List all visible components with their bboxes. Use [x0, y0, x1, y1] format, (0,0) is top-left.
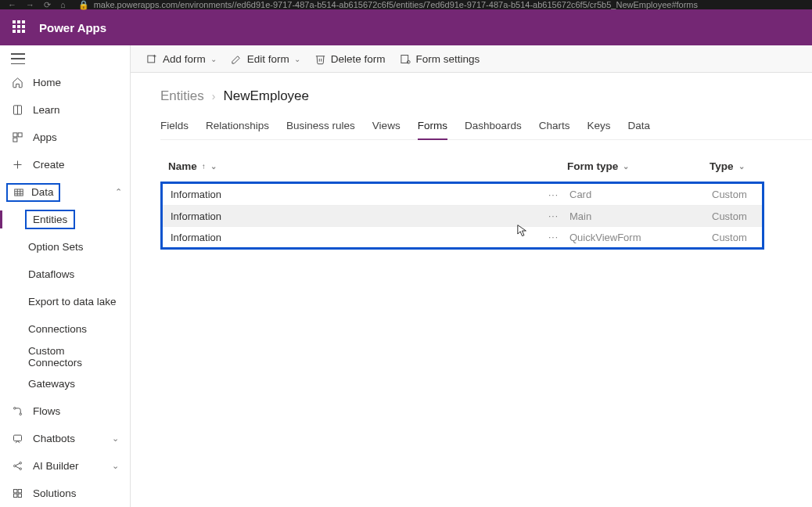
add-form-button[interactable]: Add form ⌄ — [146, 53, 217, 65]
chevron-down-icon[interactable]: ⌄ — [738, 162, 745, 171]
hamburger-icon[interactable] — [11, 53, 25, 64]
tab-keys[interactable]: Keys — [587, 115, 610, 139]
row-menu-icon[interactable]: ··· — [546, 189, 569, 200]
col-type[interactable]: Type — [710, 160, 734, 172]
solutions-icon — [11, 487, 23, 500]
edit-icon — [231, 53, 243, 65]
delete-form-button[interactable]: Delete form — [314, 53, 386, 65]
add-form-icon — [146, 53, 158, 65]
app-title: Power Apps — [39, 21, 106, 34]
sidebar-item-connections[interactable]: Connections — [0, 315, 130, 343]
command-bar: Add form ⌄ Edit form ⌄ Delete form Form … — [131, 45, 812, 73]
sidebar-item-label: Connections — [28, 323, 87, 335]
chevron-down-icon: ⌄ — [112, 433, 119, 444]
row-form-type: QuickViewForm — [569, 232, 712, 243]
breadcrumb-parent[interactable]: Entities — [160, 88, 204, 104]
sidebar-item-custom-connectors[interactable]: Custom Connectors — [0, 343, 130, 370]
cmd-label: Edit form — [247, 53, 289, 65]
sidebar-item-label: Learn — [33, 104, 60, 116]
tab-charts[interactable]: Charts — [539, 115, 570, 139]
sidebar-item-label: AI Builder — [33, 460, 79, 472]
table-row[interactable]: Information ··· Main Custom — [163, 205, 762, 226]
tab-dashboards[interactable]: Dashboards — [465, 115, 522, 139]
sidebar-item-solutions[interactable]: Solutions — [0, 480, 130, 507]
sidebar-item-label: Gateways — [28, 378, 75, 390]
svg-point-17 — [20, 468, 22, 470]
database-icon — [13, 186, 25, 199]
table-row[interactable]: Information ··· Card Custom — [163, 184, 762, 205]
tab-business-rules[interactable]: Business rules — [286, 115, 355, 139]
sidebar-item-option-sets[interactable]: Option Sets — [0, 233, 130, 261]
svg-point-13 — [20, 413, 22, 415]
tab-data[interactable]: Data — [627, 115, 650, 139]
chevron-down-icon[interactable]: ⌄ — [210, 162, 217, 171]
svg-rect-20 — [13, 490, 16, 493]
sidebar-item-export-data-lake[interactable]: Export to data lake — [0, 288, 130, 315]
sidebar-item-chatbots[interactable]: Chatbots ⌄ — [0, 425, 130, 452]
sidebar-item-label: Entities — [33, 214, 67, 225]
sidebar-item-create[interactable]: Create — [0, 151, 130, 178]
col-form-type[interactable]: Form type — [567, 160, 618, 172]
svg-point-16 — [20, 462, 22, 465]
svg-rect-22 — [13, 494, 16, 497]
tab-views[interactable]: Views — [372, 115, 401, 139]
lock-icon: 🔒 — [78, 0, 89, 10]
sidebar-item-learn[interactable]: Learn — [0, 96, 130, 124]
chevron-down-icon: ⌄ — [112, 461, 119, 471]
col-name[interactable]: Name — [168, 160, 197, 172]
browser-nav-icons: ← → ⟳ ⌂ — [8, 0, 66, 10]
delete-icon — [314, 53, 326, 65]
table-row[interactable]: Information ··· QuickViewForm Custom — [163, 226, 762, 247]
chevron-down-icon[interactable]: ⌄ — [623, 162, 629, 171]
sidebar-item-label: Chatbots — [33, 433, 75, 444]
chevron-down-icon: ⌄ — [294, 55, 300, 63]
sidebar-item-data[interactable]: Data ⌃ — [0, 178, 130, 206]
form-settings-button[interactable]: Form settings — [400, 53, 480, 65]
browser-chrome: ← → ⟳ ⌂ 🔒 make.powerapps.com/environment… — [0, 0, 812, 9]
cmd-label: Form settings — [416, 53, 480, 65]
back-icon[interactable]: ← — [8, 0, 16, 10]
row-menu-icon[interactable]: ··· — [546, 210, 569, 221]
row-type: Custom — [712, 210, 790, 222]
sidebar-item-label: Flows — [33, 405, 60, 417]
home-icon[interactable]: ⌂ — [60, 0, 66, 10]
forward-icon[interactable]: → — [26, 0, 34, 10]
row-name: Information — [171, 210, 546, 222]
list-header: Name ↑ ⌄ Form type ⌄ Type ⌄ — [160, 160, 812, 182]
edit-form-button[interactable]: Edit form ⌄ — [231, 53, 300, 65]
sidebar-item-gateways[interactable]: Gateways — [0, 370, 130, 397]
sidebar-item-apps[interactable]: Apps — [0, 124, 130, 151]
book-icon — [11, 104, 23, 117]
sidebar-item-label: Solutions — [33, 487, 77, 499]
sidebar-item-ai-builder[interactable]: AI Builder ⌄ — [0, 452, 130, 480]
svg-rect-2 — [13, 133, 16, 137]
apps-icon — [11, 131, 23, 144]
svg-rect-7 — [15, 189, 23, 195]
svg-rect-14 — [13, 435, 21, 441]
reload-icon[interactable]: ⟳ — [44, 0, 51, 10]
row-form-type: Main — [569, 210, 712, 222]
sidebar-item-entities[interactable]: Entities — [0, 206, 130, 233]
entity-tabs: Fields Relationships Business rules View… — [160, 115, 812, 140]
svg-rect-4 — [13, 138, 16, 142]
chevron-up-icon: ⌃ — [115, 187, 122, 197]
sidebar-item-home[interactable]: Home — [0, 69, 130, 96]
row-name: Information — [171, 189, 546, 200]
svg-line-18 — [16, 463, 20, 466]
sidebar-item-label: Export to data lake — [28, 296, 117, 307]
tab-forms[interactable]: Forms — [418, 115, 447, 139]
settings-icon — [400, 53, 411, 65]
sidebar-item-label: Option Sets — [28, 241, 84, 253]
sidebar-item-flows[interactable]: Flows — [0, 397, 130, 425]
app-header: Power Apps — [0, 9, 812, 45]
row-menu-icon[interactable]: ··· — [546, 232, 569, 243]
row-form-type: Card — [569, 189, 712, 200]
tab-relationships[interactable]: Relationships — [206, 115, 269, 139]
svg-line-19 — [16, 466, 20, 469]
svg-rect-3 — [18, 133, 22, 137]
sidebar-item-dataflows[interactable]: Dataflows — [0, 261, 130, 288]
tab-fields[interactable]: Fields — [160, 115, 189, 139]
app-launcher-icon[interactable] — [13, 20, 27, 34]
browser-url: make.powerapps.com/environments//ed6d91e… — [94, 0, 698, 9]
row-name: Information — [171, 232, 546, 243]
